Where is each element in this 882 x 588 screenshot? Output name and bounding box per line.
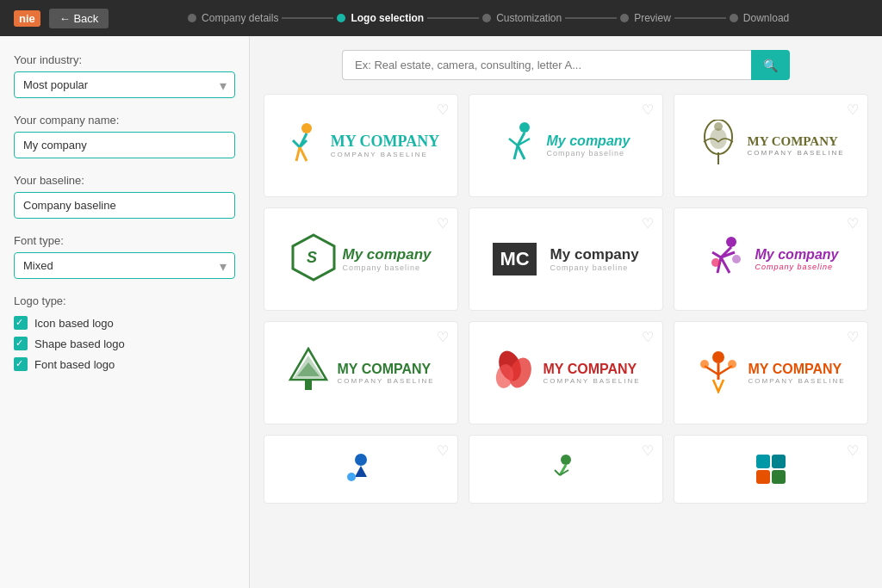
logo5-baseline: Company baseline bbox=[550, 263, 639, 272]
font-based-logo-item: Font based logo bbox=[14, 357, 235, 371]
svg-point-30 bbox=[728, 360, 736, 368]
icon-based-label: Icon based logo bbox=[34, 317, 114, 330]
svg-point-20 bbox=[732, 255, 741, 263]
svg-point-14 bbox=[714, 122, 723, 131]
progress-steps: Company details Logo selection Customiza… bbox=[109, 12, 868, 24]
logo-card-10[interactable]: ♡ bbox=[264, 435, 458, 504]
favorite-icon-10[interactable]: ♡ bbox=[437, 443, 449, 459]
favorite-icon-1[interactable]: ♡ bbox=[437, 102, 449, 118]
step-label-customization: Customization bbox=[496, 12, 562, 24]
step-customization[interactable]: Customization bbox=[482, 12, 562, 24]
logo1-text: MY COMPANY COMPANY BASELINE bbox=[331, 133, 439, 158]
logo-type-section: Logo type: Icon based logo Shape based l… bbox=[14, 294, 235, 371]
shape-based-checkbox[interactable] bbox=[14, 337, 28, 350]
logo-card-3[interactable]: ♡ MY COMPANY COMPA bbox=[674, 94, 868, 197]
logo-card-2[interactable]: ♡ My company Compa bbox=[469, 94, 663, 197]
font-type-dropdown-wrapper: MixedSerifSans-serifScriptDisplay ▾ bbox=[14, 252, 235, 279]
search-input[interactable] bbox=[342, 50, 751, 80]
logo-card-6[interactable]: ♡ My company Company baseline bbox=[674, 207, 868, 311]
font-type-section: Font type: MixedSerifSans-serifScriptDis… bbox=[14, 234, 235, 279]
logo4-baseline: Company baseline bbox=[343, 263, 432, 272]
step-line-2 bbox=[427, 17, 479, 19]
logo-type-label: Logo type: bbox=[14, 294, 235, 307]
logo-inner-9: MY COMPANY COMPANY BASELINE bbox=[696, 349, 845, 397]
favorite-icon-8[interactable]: ♡ bbox=[642, 329, 654, 345]
industry-select[interactable]: Most popularTechnologyHealthcareEducatio… bbox=[14, 71, 235, 98]
logo7-company: MY COMPANY bbox=[337, 362, 434, 377]
baseline-input[interactable] bbox=[14, 192, 235, 219]
favorite-icon-2[interactable]: ♡ bbox=[642, 102, 654, 118]
favorite-icon-6[interactable]: ♡ bbox=[847, 215, 859, 232]
company-name-input[interactable] bbox=[14, 132, 235, 158]
logo-card-1[interactable]: ♡ MY COMPANY COMPA bbox=[264, 94, 458, 197]
logo1-figure bbox=[283, 121, 324, 170]
favorite-icon-11[interactable]: ♡ bbox=[642, 443, 654, 459]
svg-line-10 bbox=[514, 145, 518, 159]
logo4-company: My company bbox=[343, 246, 432, 263]
step-logo-selection[interactable]: Logo selection bbox=[337, 12, 424, 24]
logo3-baseline: COMPANY BASELINE bbox=[747, 149, 844, 157]
company-name-section: Your company name: bbox=[14, 114, 235, 158]
logo-grid: ♡ MY COMPANY COMPA bbox=[264, 94, 868, 504]
logo-card-7[interactable]: ♡ MY COMPANY COMPANY BASELINE bbox=[264, 321, 458, 424]
step-line-3 bbox=[565, 17, 617, 19]
step-preview[interactable]: Preview bbox=[620, 12, 671, 24]
mc-text: MC bbox=[493, 243, 536, 275]
logo-card-11[interactable]: ♡ bbox=[469, 435, 663, 504]
logo5-text: My company Company baseline bbox=[550, 246, 639, 272]
step-dot-3 bbox=[482, 14, 491, 22]
favorite-icon-12[interactable]: ♡ bbox=[847, 443, 859, 459]
favorite-icon-9[interactable]: ♡ bbox=[847, 329, 859, 345]
svg-line-5 bbox=[300, 147, 307, 161]
logo6-text: My company Company baseline bbox=[755, 247, 839, 271]
icon-based-checkbox[interactable] bbox=[14, 316, 28, 330]
logo-card-8[interactable]: ♡ MY COMPANY COMPANY BASELINE bbox=[469, 321, 663, 424]
svg-point-6 bbox=[519, 122, 530, 133]
svg-rect-39 bbox=[756, 470, 770, 484]
logo-card-9[interactable]: ♡ MY COMPANY COMPA bbox=[674, 321, 868, 424]
logo5-company: My company bbox=[550, 246, 639, 263]
logo1-company: MY COMPANY bbox=[331, 133, 439, 151]
step-line-4 bbox=[674, 17, 726, 19]
logo11-icon bbox=[548, 451, 584, 487]
logo1-baseline: COMPANY BASELINE bbox=[331, 151, 439, 158]
logo-card-12[interactable]: ♡ bbox=[674, 435, 868, 504]
logo10-icon bbox=[343, 451, 379, 487]
step-company-details[interactable]: Company details bbox=[188, 12, 278, 24]
font-based-label: Font based logo bbox=[34, 358, 115, 371]
logo8-text: MY COMPANY COMPANY BASELINE bbox=[543, 362, 640, 385]
logo-inner-2: My company Company baseline bbox=[502, 121, 630, 170]
svg-line-35 bbox=[555, 470, 560, 475]
main-layout: Your industry: Most popularTechnologyHea… bbox=[0, 36, 882, 588]
svg-line-4 bbox=[296, 147, 300, 161]
logo-inner-6: My company Company baseline bbox=[704, 235, 839, 283]
favorite-icon-4[interactable]: ♡ bbox=[437, 215, 449, 232]
font-based-checkbox[interactable] bbox=[14, 357, 28, 371]
svg-point-0 bbox=[301, 123, 312, 133]
logo5-mc-box: MC bbox=[493, 243, 536, 275]
logo7-baseline: COMPANY BASELINE bbox=[337, 377, 434, 385]
search-icon: 🔍 bbox=[763, 59, 778, 72]
industry-dropdown-wrapper: Most popularTechnologyHealthcareEducatio… bbox=[14, 71, 235, 98]
step-dot-5 bbox=[730, 14, 738, 22]
logo9-baseline: COMPANY BASELINE bbox=[748, 377, 845, 385]
logo-inner-1: MY COMPANY COMPANY BASELINE bbox=[283, 121, 439, 170]
favorite-icon-3[interactable]: ♡ bbox=[847, 102, 859, 118]
industry-section: Your industry: Most popularTechnologyHea… bbox=[14, 53, 235, 98]
step-download[interactable]: Download bbox=[730, 12, 789, 24]
favorite-icon-5[interactable]: ♡ bbox=[642, 215, 654, 232]
search-button[interactable]: 🔍 bbox=[751, 50, 790, 80]
svg-point-28 bbox=[712, 351, 724, 363]
logo6-baseline: Company baseline bbox=[755, 263, 839, 271]
svg-line-11 bbox=[518, 145, 525, 159]
logo-card-4[interactable]: ♡ S My company Company baseline bbox=[264, 207, 458, 311]
logo6-figure bbox=[704, 235, 748, 283]
shape-based-label: Shape based logo bbox=[34, 337, 125, 350]
favorite-icon-7[interactable]: ♡ bbox=[437, 329, 449, 345]
logo3-company: MY COMPANY bbox=[747, 134, 844, 149]
svg-point-31 bbox=[355, 454, 367, 466]
font-type-select[interactable]: MixedSerifSans-serifScriptDisplay bbox=[14, 252, 235, 279]
step-line-1 bbox=[282, 17, 333, 19]
logo-card-5[interactable]: ♡ MC My company Company baseline bbox=[469, 207, 663, 311]
back-button[interactable]: ← Back bbox=[49, 9, 109, 28]
